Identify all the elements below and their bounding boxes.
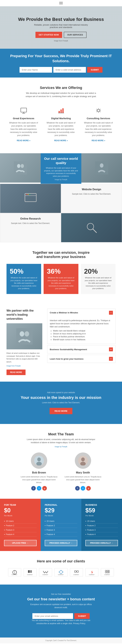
gallery-img-right: [81, 153, 122, 182]
svg-text:COMPANY: COMPANY: [73, 574, 79, 575]
svg-text:COMPANY: COMPANY: [27, 574, 33, 575]
service-card-2-link[interactable]: READ MORE »: [54, 140, 68, 142]
client-logo-3: COMPANY: [39, 568, 52, 576]
stat-text-36: Whatever the scale and nature of your pr…: [47, 276, 75, 290]
svg-point-21: [20, 331, 24, 336]
services-heading: Services We are Offering: [6, 86, 116, 90]
banner-form: Submit: [6, 67, 116, 73]
price-feature-2-2: Feature 2: [45, 524, 77, 528]
svg-text:COMPANY: COMPANY: [58, 574, 64, 575]
stat-text-50: Whatever the scale and nature of your pr…: [10, 276, 38, 290]
banner-submit-button[interactable]: Submit: [87, 67, 103, 73]
clients-section: Here are some of our clients COMPANY COM…: [0, 551, 122, 584]
price-plan-1-features: 15 Users Feature 2 Feature 3 Feature 4: [4, 519, 37, 537]
svg-rect-49: [108, 572, 110, 573]
svg-rect-45: [107, 570, 108, 571]
service-card-3-text: Whatever the scale and nature of your pr…: [84, 121, 113, 137]
banner-name-input[interactable]: [19, 67, 52, 73]
service-card-1-link[interactable]: READ MORE »: [17, 140, 30, 142]
team-members-container: Bob Brown Lorem amet elementum urna et. …: [6, 452, 116, 490]
service-card-marketing: Digital Marketing Whatever the scale and…: [44, 103, 78, 145]
svg-text:COMPANY: COMPANY: [11, 574, 17, 575]
service-card-3-link[interactable]: READ MORE »: [92, 140, 105, 142]
blue-banner-section: Preparing For Your Success, We Provide T…: [0, 49, 122, 78]
accordion-header-1[interactable]: Create a Webinar in Minutes −: [47, 309, 115, 317]
accordion-header-2[interactable]: Business Sustainability Management +: [47, 346, 115, 353]
price-plan-2-button[interactable]: Proceed Annually →: [45, 540, 77, 546]
accordion-toggle-1[interactable]: −: [109, 311, 113, 315]
service-card-3-title: Consulting Services: [84, 117, 113, 120]
hero-subtitle: Reliable, proven solutions that meet int…: [30, 24, 92, 28]
newsletter-submit-button[interactable]: SUBMIT: [74, 613, 90, 619]
price-feature-1-3: Feature 3: [4, 528, 37, 532]
svg-point-17: [29, 194, 30, 195]
footer-text: Copyright: Zarif | Created For Text Elem…: [3, 640, 119, 642]
mission-heading: Your success in the industry is our miss…: [6, 395, 116, 400]
partner-body-text: Etiam sit amet scelerisque in dapibus no…: [6, 352, 42, 363]
stat-box-50: 50% Whatever the scale and nature of you…: [6, 264, 41, 294]
desktop-icon: [19, 106, 28, 114]
accordion-list-1: Mattis nam sed blandit libero volutpat D…: [53, 330, 113, 341]
navigation: [0, 0, 122, 6]
social-facebook-mary[interactable]: f: [75, 486, 80, 490]
team-image-credit: Image by Freepik: [6, 446, 116, 448]
svg-rect-33: [30, 570, 32, 573]
our-services-button[interactable]: OUR SERVICES: [64, 32, 87, 38]
online-research-text: Online Research Sample text. Click to se…: [0, 213, 61, 242]
service-card-consulting: Consulting Services Whatever the scale a…: [81, 103, 116, 145]
partner-read-more-button[interactable]: READ MORE: [6, 370, 25, 375]
social-twitter-bob[interactable]: t: [37, 486, 41, 490]
client-logo-6: COMPANY: [85, 568, 98, 576]
newsletter-email-input[interactable]: [32, 613, 73, 619]
price-plan-1-amount: $0: [4, 507, 37, 514]
social-twitter-mary[interactable]: t: [81, 486, 85, 490]
price-plan-1-button[interactable]: Upload Free →: [4, 540, 37, 546]
price-feature-2-1: 15 Users: [45, 519, 77, 524]
accordion-header-3[interactable]: Learn how to grow your business +: [47, 355, 115, 363]
stat-number-36: 36%: [47, 268, 61, 275]
gallery-center-text: Whatever the scale and nature of your pr…: [44, 166, 78, 177]
price-feature-3-3: Feature 3: [85, 528, 118, 532]
mission-read-more-button[interactable]: READ MORE: [50, 408, 72, 414]
footer: Copyright: Zarif | Created For Text Elem…: [0, 638, 122, 643]
banner-email-input[interactable]: [53, 67, 86, 73]
social-facebook-bob[interactable]: f: [31, 486, 36, 490]
accordion-toggle-3[interactable]: +: [109, 357, 113, 361]
accordion-list-item-2: Dictum et risus viverra adipiscing et in: [53, 332, 113, 335]
stats-section: Together we can envision, inspire and tr…: [0, 242, 122, 302]
clients-heading: Here are some of our clients: [6, 559, 116, 564]
social-google-bob[interactable]: g: [42, 486, 47, 490]
two-col-section: Website Design Sample text. Click to sel…: [0, 184, 122, 242]
banner-title: Preparing For Your Success, We Provide T…: [6, 54, 116, 64]
price-plan-1-name: For Team: [4, 504, 37, 506]
price-plan-2-amount: $29: [45, 507, 77, 514]
accordion-toggle-2[interactable]: +: [109, 348, 113, 351]
team-avatar-mary: [75, 452, 91, 469]
service-card-1-title: Great Experiences: [9, 117, 38, 120]
website-design-title: Website Design: [66, 188, 117, 191]
svg-rect-5: [62, 108, 63, 113]
svg-rect-38: [75, 571, 76, 572]
team-section: Meet The Team Lorem ipsum dolor sit amet…: [0, 424, 122, 499]
newsletter-note: You are subscribing to email updates. Yo…: [27, 619, 95, 625]
hero-title: We Provide the Best value for Business: [18, 17, 104, 22]
stat-box-20: 20% Whatever the scale and nature of you…: [81, 264, 116, 294]
hamburger-menu[interactable]: [59, 2, 63, 4]
service-card-2-title: Digital Marketing: [46, 117, 76, 120]
team-member-2-name: Mary Smith: [63, 471, 103, 474]
price-feature-1-1: 15 Users: [4, 519, 37, 524]
svg-rect-32: [28, 570, 30, 573]
price-plan-3-button[interactable]: Proceed Annually →: [85, 540, 118, 546]
gallery-section: Our call service world quality Whatever …: [0, 153, 122, 184]
svg-text:COMPANY: COMPANY: [42, 574, 48, 575]
svg-point-10: [21, 164, 24, 168]
services-description: We develop an individual integrated solu…: [24, 92, 98, 98]
social-google-mary[interactable]: g: [86, 486, 91, 490]
service-cards-container: Great Experiences Whatever the scale and…: [6, 103, 116, 145]
chart-icon: [57, 106, 65, 114]
svg-text:COMPANY: COMPANY: [104, 574, 110, 575]
team-card-bob: Bob Brown Lorem amet elementum urna et. …: [19, 452, 59, 490]
accordion-list-item-3: Parce et facilisis pulvinar elementum.: [53, 336, 113, 338]
team-member-2-bio: Lorem amet elementum urna et. Tinqulla l…: [63, 476, 103, 484]
get-started-button[interactable]: GET STARTED NOW: [35, 32, 62, 38]
